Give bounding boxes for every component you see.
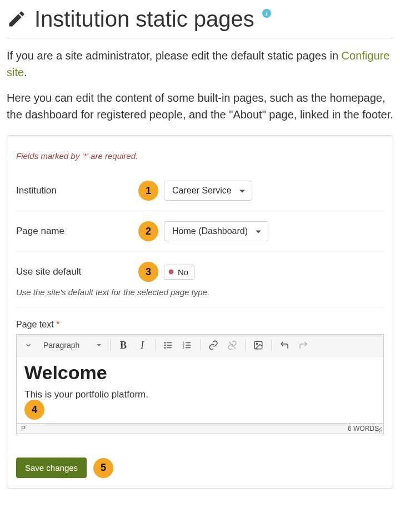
link-button[interactable] <box>205 337 222 354</box>
toolbar-separator <box>155 339 156 351</box>
toggle-off-icon <box>168 269 174 275</box>
label-page-text: Page text * <box>16 320 384 330</box>
row-use-default: Use site default 3 No <box>16 252 384 287</box>
content-heading: Welcome <box>24 362 376 384</box>
rich-text-editor: Paragraph B I 123 <box>16 334 384 434</box>
svg-rect-7 <box>186 342 191 344</box>
institution-select-value: Career Service <box>172 186 232 196</box>
svg-point-2 <box>164 345 166 346</box>
svg-rect-9 <box>186 345 191 346</box>
unlink-button[interactable] <box>224 337 241 354</box>
callout-badge-5: 5 <box>93 458 113 478</box>
intro-prefix: If you are a site administrator, please … <box>7 49 342 62</box>
label-page-text-text: Page text <box>16 320 54 329</box>
use-default-value: No <box>178 267 188 277</box>
toolbar-more-icon[interactable] <box>20 337 37 354</box>
bold-button[interactable]: B <box>115 337 132 354</box>
intro-text: If you are a site administrator, please … <box>7 47 393 123</box>
content-body: This is your portfolio platform. <box>24 389 376 400</box>
callout-badge-4: 4 <box>24 400 44 420</box>
info-icon[interactable]: i <box>262 9 271 18</box>
save-button[interactable]: Save changes <box>16 458 87 478</box>
use-default-help: Use the site's default text for the sele… <box>16 287 384 307</box>
required-note: Fields marked by '*' are required. <box>16 151 384 161</box>
label-page-name: Page name <box>16 226 138 237</box>
edit-icon <box>7 9 27 29</box>
callout-badge-2: 2 <box>138 221 158 241</box>
toolbar-separator <box>110 339 111 351</box>
svg-rect-11 <box>186 347 191 349</box>
undo-button[interactable] <box>276 337 293 354</box>
svg-point-14 <box>256 343 257 344</box>
editor-wordcount: 6 WORDS <box>348 425 379 432</box>
italic-button[interactable]: I <box>134 337 151 354</box>
form-panel: Fields marked by '*' are required. Insti… <box>7 135 393 489</box>
toolbar-separator <box>271 339 272 351</box>
image-button[interactable] <box>250 337 267 354</box>
toolbar-separator <box>245 339 246 351</box>
svg-rect-5 <box>167 347 172 349</box>
row-page-name: Page name 2 Home (Dashboard) <box>16 211 384 252</box>
row-institution: Institution 1 Career Service <box>16 171 384 211</box>
submit-row: Save changes 5 <box>16 458 384 478</box>
intro-suffix: . <box>24 66 27 78</box>
editor-content[interactable]: Welcome This is your portfolio platform.… <box>17 356 383 423</box>
editor-path[interactable]: P <box>21 425 26 432</box>
toolbar-separator <box>200 339 201 351</box>
use-default-toggle[interactable]: No <box>164 265 194 280</box>
numbered-list-button[interactable]: 123 <box>179 337 196 354</box>
redo-button[interactable] <box>295 337 312 354</box>
page-header: Institution static pages i <box>7 6 393 38</box>
format-select-value: Paragraph <box>43 341 79 350</box>
institution-select[interactable]: Career Service <box>164 181 252 201</box>
intro-para2: Here you can edit the content of some bu… <box>7 90 393 123</box>
resize-grip-icon[interactable] <box>377 427 382 432</box>
svg-rect-3 <box>167 345 172 346</box>
callout-badge-3: 3 <box>138 262 158 282</box>
editor-toolbar: Paragraph B I 123 <box>17 335 383 356</box>
chevron-down-icon <box>97 344 101 346</box>
svg-rect-1 <box>167 342 172 344</box>
bullet-list-button[interactable] <box>160 337 177 354</box>
format-select[interactable]: Paragraph <box>39 339 106 352</box>
callout-badge-1: 1 <box>138 181 158 201</box>
label-institution: Institution <box>16 185 138 196</box>
page-name-select-value: Home (Dashboard) <box>172 226 248 236</box>
label-use-default: Use site default <box>16 266 138 277</box>
svg-point-0 <box>164 342 166 344</box>
svg-text:3: 3 <box>183 346 184 349</box>
required-star: * <box>56 320 59 329</box>
editor-statusbar: P 6 WORDS <box>17 423 383 434</box>
svg-point-4 <box>164 347 166 349</box>
page-name-select[interactable]: Home (Dashboard) <box>164 221 268 241</box>
page-title: Institution static pages <box>34 6 254 32</box>
